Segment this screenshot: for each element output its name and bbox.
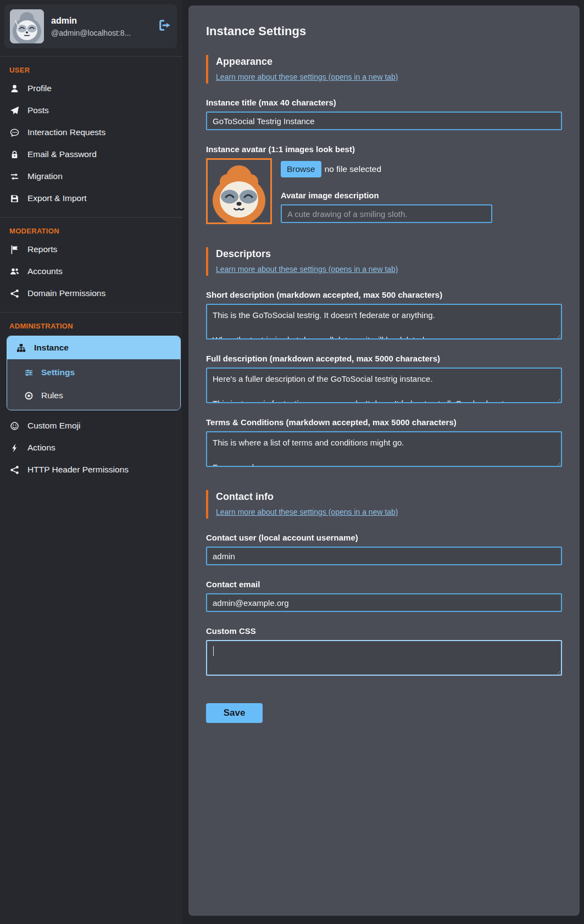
instance-submenu: Settings Rules	[7, 359, 180, 410]
custom-css-textarea[interactable]	[206, 640, 562, 676]
descriptors-learn-more-link[interactable]: Learn more about these settings (opens i…	[216, 265, 398, 274]
instance-avatar-field: Instance avatar (1:1 images look best)	[206, 144, 562, 224]
contact-learn-more-link[interactable]: Learn more about these settings (opens i…	[216, 508, 398, 516]
sidebar-item-label: Instance	[34, 343, 69, 353]
full-description-label: Full description (markdown accepted, max…	[206, 354, 562, 363]
sidebar-item-label: Email & Password	[27, 149, 97, 159]
flag-icon	[9, 245, 19, 254]
sidebar-item-label: HTTP Header Permissions	[27, 465, 129, 475]
browse-button[interactable]: Browse	[281, 161, 321, 177]
nav-section-administration: ADMINISTRATION	[0, 313, 182, 333]
comment-dots-icon	[9, 128, 19, 137]
sidebar-item-migration[interactable]: Migration	[0, 165, 182, 187]
short-description-textarea[interactable]: This is the GoToSocial testrig. It doesn…	[206, 304, 562, 339]
full-description-textarea[interactable]: Here's a fuller description of the GoToS…	[206, 368, 562, 403]
users-icon	[9, 267, 19, 276]
user-name: admin	[51, 16, 149, 26]
terms-field: Terms & Conditions (markdown accepted, m…	[206, 418, 562, 467]
contact-user-field: Contact user (local account username)	[206, 533, 562, 565]
sidebar-item-label: Export & Import	[27, 193, 87, 203]
user-card: admin @admin@localhost:8...	[4, 4, 177, 48]
share-nodes-icon	[9, 465, 19, 475]
sidebar-item-http-header-permissions[interactable]: HTTP Header Permissions	[0, 459, 182, 481]
sidebar-item-label: Rules	[41, 391, 63, 400]
sidebar-item-export-import[interactable]: Export & Import	[0, 187, 182, 209]
sidebar-item-label: Custom Emoji	[27, 421, 80, 431]
terms-label: Terms & Conditions (markdown accepted, m…	[206, 418, 562, 427]
contact-email-field: Contact email	[206, 580, 562, 612]
contact-email-input[interactable]	[206, 593, 562, 612]
sidebar-item-label: Reports	[27, 244, 57, 254]
main-area: Instance Settings Appearance Learn more …	[182, 0, 584, 924]
instance-title-field: Instance title (max 40 characters)	[206, 98, 562, 130]
sidebar-item-interaction-requests[interactable]: Interaction Requests	[0, 121, 182, 143]
sliders-icon	[24, 368, 34, 377]
appearance-learn-more-link[interactable]: Learn more about these settings (opens i…	[216, 73, 398, 81]
instance-title-label: Instance title (max 40 characters)	[206, 98, 562, 107]
appearance-section-header: Appearance Learn more about these settin…	[206, 55, 562, 84]
sidebar-item-label: Accounts	[27, 266, 63, 276]
user-info: admin @admin@localhost:8...	[51, 16, 149, 37]
instance-avatar-image	[206, 158, 272, 224]
sidebar: admin @admin@localhost:8... USER Profile…	[0, 0, 182, 924]
nav-section-moderation: MODERATION	[0, 218, 182, 238]
contact-email-label: Contact email	[206, 580, 562, 589]
sidebar-item-label: Domain Permissions	[27, 288, 105, 298]
descriptors-section-header: Descriptors Learn more about these setti…	[206, 247, 562, 276]
contact-user-label: Contact user (local account username)	[206, 533, 562, 542]
contact-user-input[interactable]	[206, 547, 562, 565]
custom-css-label: Custom CSS	[206, 626, 562, 636]
exchange-arrows-icon	[9, 172, 19, 181]
full-description-field: Full description (markdown accepted, max…	[206, 354, 562, 403]
avatar-description-label: Avatar image description	[281, 191, 562, 200]
sidebar-item-instance-settings[interactable]: Settings	[7, 361, 180, 384]
text-cursor	[213, 646, 214, 656]
page-title: Instance Settings	[206, 24, 562, 38]
sidebar-item-label: Profile	[27, 84, 52, 93]
sidebar-item-profile[interactable]: Profile	[0, 77, 182, 99]
user-handle: @admin@localhost:8...	[51, 29, 149, 37]
appearance-heading: Appearance	[216, 56, 562, 68]
sidebar-item-label: Actions	[27, 443, 55, 453]
sitemap-icon	[16, 343, 26, 353]
terms-textarea[interactable]: This is where a list of terms and condit…	[206, 431, 562, 467]
sidebar-item-posts[interactable]: Posts	[0, 99, 182, 121]
sidebar-item-custom-emoji[interactable]: Custom Emoji	[0, 415, 182, 437]
avatar-description-input[interactable]	[281, 204, 492, 223]
short-description-field: Short description (markdown accepted, ma…	[206, 290, 562, 339]
sidebar-item-label: Settings	[41, 368, 75, 377]
sidebar-item-reports[interactable]: Reports	[0, 238, 182, 260]
contact-heading: Contact info	[216, 491, 562, 503]
instance-title-input[interactable]	[206, 112, 562, 130]
sidebar-item-email-password[interactable]: Email & Password	[0, 143, 182, 165]
smiley-icon	[9, 421, 19, 431]
lock-icon	[9, 150, 19, 159]
nav-section-user: USER	[0, 57, 182, 77]
floppy-disk-icon	[9, 194, 19, 203]
sidebar-item-label: Migration	[27, 171, 63, 181]
file-status-text: no file selected	[325, 164, 381, 174]
instance-settings-panel: Instance Settings Appearance Learn more …	[188, 5, 580, 916]
custom-css-field: Custom CSS	[206, 626, 562, 676]
sidebar-item-accounts[interactable]: Accounts	[0, 260, 182, 282]
circle-dot-icon	[24, 391, 34, 400]
sloth-avatar-image	[10, 9, 44, 43]
sidebar-item-actions[interactable]: Actions	[0, 437, 182, 459]
save-button[interactable]: Save	[206, 703, 263, 723]
contact-section-header: Contact info Learn more about these sett…	[206, 490, 562, 519]
bolt-icon	[9, 443, 19, 453]
avatar-upload-column: Browse no file selected Avatar image des…	[281, 158, 562, 224]
user-avatar	[10, 9, 44, 43]
sign-out-icon[interactable]	[158, 19, 171, 34]
share-nodes-icon	[9, 289, 19, 298]
sidebar-item-label: Posts	[27, 105, 49, 115]
sidebar-item-domain-permissions[interactable]: Domain Permissions	[0, 282, 182, 304]
sidebar-item-instance[interactable]: Instance	[7, 336, 180, 359]
short-description-label: Short description (markdown accepted, ma…	[206, 290, 562, 299]
instance-nav-group: Instance Settings Rules	[7, 336, 181, 410]
instance-avatar-label: Instance avatar (1:1 images look best)	[206, 144, 562, 154]
sidebar-item-label: Interaction Requests	[27, 127, 105, 137]
sidebar-item-instance-rules[interactable]: Rules	[7, 384, 180, 407]
sloth-image	[208, 160, 270, 222]
paper-plane-icon	[9, 106, 19, 115]
